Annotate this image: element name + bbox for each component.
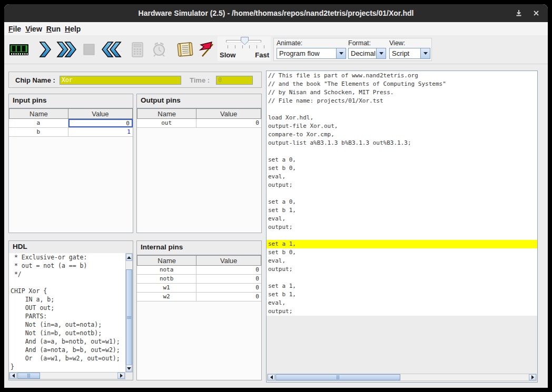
- hdl-code[interactable]: * Exclusive-or gate: * out = not (a == b…: [9, 253, 125, 373]
- code-line: output-file Xor.out,: [268, 122, 537, 130]
- menu-item-run[interactable]: Run: [44, 25, 63, 33]
- code-line: * Exclusive-or gate:: [11, 253, 125, 262]
- toolbar: Slow Fast Animate: Program flow Format: …: [4, 35, 548, 64]
- run-icon: [56, 41, 77, 58]
- code-line: set b 0,: [268, 248, 537, 257]
- chip-name-field[interactable]: Xor: [60, 76, 181, 85]
- code-line: set b 0,: [268, 164, 537, 173]
- code-line: PARTS:: [11, 312, 125, 320]
- pin-value[interactable]: 1: [68, 128, 133, 136]
- chip-icon: [8, 40, 29, 59]
- clock-icon: [150, 40, 169, 59]
- scroll-right-button[interactable]: [117, 373, 125, 379]
- pin-name: b: [9, 128, 68, 136]
- code-line: And (a=a, b=notb, out=w1);: [11, 337, 125, 346]
- code-line: set b 1,: [268, 290, 537, 299]
- close-icon[interactable]: [533, 10, 539, 16]
- script-panel: // This file is part of www.nand2tetris.…: [266, 71, 538, 383]
- hdl-panel: HDL * Exclusive-or gate: * out = not (a …: [8, 240, 133, 380]
- pin-value[interactable]: 0: [196, 266, 261, 274]
- clock-button[interactable]: [149, 39, 170, 60]
- hdl-vertical-scrollbar[interactable]: [125, 253, 133, 373]
- code-line: }: [11, 363, 125, 371]
- code-line: set a 0,: [268, 198, 537, 206]
- code-line: // File name: projects/01/Xor.tst: [268, 97, 537, 105]
- code-line: compare-to Xor.cmp,: [268, 130, 537, 139]
- code-line: [268, 232, 537, 240]
- pin-value[interactable]: 0: [196, 293, 261, 301]
- pin-value[interactable]: 0: [196, 284, 261, 292]
- load-chip-button[interactable]: [8, 39, 29, 60]
- chevron-down-icon[interactable]: [376, 48, 386, 58]
- code-line: [11, 278, 125, 287]
- menu-item-view[interactable]: View: [23, 25, 44, 33]
- scroll-right-button[interactable]: [529, 374, 536, 380]
- code-line: // by Nisan and Schocken, MIT Press.: [268, 88, 537, 97]
- code-line: Or (a=w1, b=w2, out=out);: [11, 354, 125, 363]
- view-select[interactable]: Script: [389, 48, 430, 59]
- code-line: set b 1,: [268, 206, 537, 215]
- rewind-icon: [101, 41, 122, 58]
- hdl-horizontal-scrollbar[interactable]: [9, 372, 125, 379]
- code-line: */: [11, 270, 125, 278]
- internal-pins-panel: Internal pins NameValuenota0notb0w10w20: [136, 240, 262, 380]
- scroll-down-button[interactable]: [126, 365, 132, 372]
- chevron-down-icon[interactable]: [420, 48, 430, 58]
- title-bar[interactable]: Hardware Simulator (2.5) - /home/thomas/…: [4, 4, 548, 22]
- scroll-left-button[interactable]: [9, 373, 17, 379]
- pin-value[interactable]: 0: [196, 275, 261, 283]
- table-header-row: NameValue: [9, 108, 133, 119]
- slider-thumb[interactable]: [241, 37, 249, 45]
- view-script-button[interactable]: [174, 39, 195, 60]
- code-line: eval,: [268, 299, 537, 307]
- pin-row-w2: w20: [137, 293, 261, 301]
- single-step-button[interactable]: [34, 39, 55, 60]
- pin-name: a: [9, 119, 68, 127]
- time-field: 0: [216, 76, 253, 85]
- run-button[interactable]: [56, 39, 77, 60]
- speed-slider[interactable]: Slow Fast: [218, 36, 271, 61]
- view-label: View:: [389, 39, 430, 47]
- scroll-up-button[interactable]: [126, 254, 132, 261]
- script-hscroll-thumb[interactable]: [275, 374, 400, 380]
- pin-row-notb: notb0: [137, 275, 261, 284]
- code-line: [268, 189, 537, 198]
- step-icon: [36, 41, 53, 58]
- format-select[interactable]: Decimal: [348, 48, 386, 59]
- time-label: Time :: [190, 76, 210, 84]
- menu-bar: FileViewRunHelp: [4, 22, 548, 35]
- input-pins-table: NameValuea0b1: [9, 108, 133, 233]
- pin-row-nota: nota0: [137, 266, 261, 275]
- menu-item-file[interactable]: File: [6, 25, 23, 33]
- script-code[interactable]: // This file is part of www.nand2tetris.…: [267, 71, 537, 316]
- breakpoints-button[interactable]: [196, 39, 218, 60]
- animate-select[interactable]: Program flow: [277, 48, 346, 59]
- pin-value[interactable]: 0: [196, 119, 261, 127]
- hdl-vscroll-thumb[interactable]: [126, 269, 132, 365]
- code-line: set a 1,: [267, 240, 537, 248]
- script-horizontal-scrollbar[interactable]: [267, 374, 537, 381]
- code-line: output;: [268, 223, 537, 232]
- code-line: eval,: [268, 257, 537, 265]
- pin-row-w1: w10: [137, 284, 261, 293]
- code-line: [268, 147, 537, 156]
- code-line: output;: [268, 181, 537, 189]
- pin-name: w2: [137, 293, 196, 301]
- minimize-icon[interactable]: [515, 9, 523, 17]
- pin-value[interactable]: 0: [68, 119, 133, 127]
- window-title: Hardware Simulator (2.5) - /home/thomas/…: [139, 9, 414, 17]
- pin-row-out: out0: [137, 119, 261, 128]
- code-line: [268, 105, 537, 114]
- scroll-left-button[interactable]: [268, 374, 275, 380]
- internal-pins-table: NameValuenota0notb0w10w20: [137, 255, 261, 380]
- hdl-hscroll-thumb[interactable]: [17, 373, 40, 379]
- menu-item-help[interactable]: Help: [63, 25, 83, 33]
- chevron-down-icon[interactable]: [336, 48, 346, 58]
- pin-name: notb: [137, 275, 196, 283]
- calculator-button[interactable]: [126, 39, 147, 60]
- rewind-button[interactable]: [101, 39, 122, 60]
- output-pins-panel: Output pins NameValueout0: [136, 94, 262, 233]
- code-line: eval,: [268, 215, 537, 223]
- stop-button[interactable]: [78, 39, 100, 60]
- slider-slow-label: Slow: [220, 51, 235, 59]
